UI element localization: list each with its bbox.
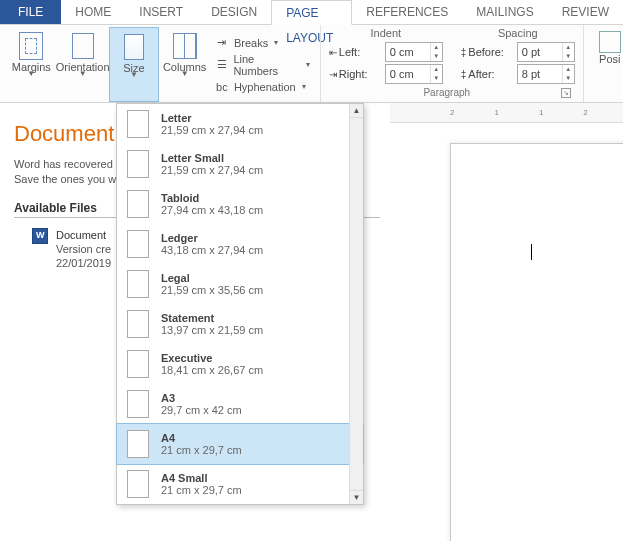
spacing-after-value[interactable]: 8 pt — [518, 65, 562, 83]
tab-references[interactable]: REFERENCES — [352, 0, 462, 24]
indent-left-input[interactable]: 0 cm ▲▼ — [385, 42, 443, 62]
file-name: Document — [56, 228, 111, 242]
line-numbers-button[interactable]: ☰ Line Numbers ▾ — [214, 55, 310, 75]
columns-icon — [173, 33, 197, 59]
size-option-letter-small[interactable]: Letter Small21,59 cm x 27,94 cm — [117, 144, 363, 184]
tab-insert[interactable]: INSERT — [125, 0, 197, 24]
orientation-button[interactable]: Orientation ▼ — [57, 27, 109, 102]
size-name: A3 — [161, 392, 242, 404]
indent-right-value[interactable]: 0 cm — [386, 65, 430, 83]
size-dimensions: 21 cm x 29,7 cm — [161, 484, 242, 496]
file-date: 22/01/2019 — [56, 256, 111, 270]
position-button[interactable]: Posi — [590, 27, 623, 65]
size-dimensions: 21,59 cm x 27,94 cm — [161, 124, 263, 136]
tab-file[interactable]: FILE — [0, 0, 61, 24]
scroll-down-icon[interactable]: ▼ — [350, 490, 363, 504]
chevron-down-icon: ▾ — [302, 82, 306, 91]
size-name: Letter Small — [161, 152, 263, 164]
document-page[interactable] — [450, 143, 623, 541]
size-name: Ledger — [161, 232, 263, 244]
size-option-letter[interactable]: Letter21,59 cm x 27,94 cm — [117, 104, 363, 144]
size-dimensions: 29,7 cm x 42 cm — [161, 404, 242, 416]
page-icon — [127, 270, 149, 298]
size-dimensions: 21 cm x 29,7 cm — [161, 444, 242, 456]
paragraph-dialog-launcher[interactable]: ↘ — [561, 88, 571, 98]
size-dimensions: 13,97 cm x 21,59 cm — [161, 324, 263, 336]
spinner-up-icon[interactable]: ▲ — [563, 43, 574, 52]
spacing-before-value[interactable]: 0 pt — [518, 43, 562, 61]
size-option-a4-small[interactable]: A4 Small21 cm x 29,7 cm — [117, 464, 363, 504]
size-option-a4[interactable]: A421 cm x 29,7 cm — [116, 423, 364, 465]
dropdown-scrollbar[interactable]: ▲ ▼ — [349, 104, 363, 504]
spinner-down-icon[interactable]: ▼ — [431, 52, 442, 61]
size-dimensions: 21,59 cm x 27,94 cm — [161, 164, 263, 176]
page-icon — [127, 390, 149, 418]
file-version: Version cre — [56, 242, 111, 256]
size-option-legal[interactable]: Legal21,59 cm x 35,56 cm — [117, 264, 363, 304]
spinner-up-icon[interactable]: ▲ — [563, 65, 574, 74]
tab-page-layout[interactable]: PAGE LAYOUT — [271, 0, 352, 25]
margins-icon — [19, 32, 43, 60]
page-icon — [127, 470, 149, 498]
horizontal-ruler[interactable]: 2 1 1 2 — [390, 103, 623, 123]
indent-left-label: ⇤ Left: — [329, 46, 381, 58]
spinner-down-icon[interactable]: ▼ — [431, 74, 442, 83]
line-numbers-label: Line Numbers — [233, 53, 299, 77]
indent-left-value[interactable]: 0 cm — [386, 43, 430, 61]
indent-right-icon: ⇥ — [329, 69, 337, 80]
indent-right-input[interactable]: 0 cm ▲▼ — [385, 64, 443, 84]
size-option-a3[interactable]: A329,7 cm x 42 cm — [117, 384, 363, 424]
indent-header: Indent — [329, 27, 443, 39]
spinner-down-icon[interactable]: ▼ — [563, 74, 574, 83]
size-name: A4 Small — [161, 472, 242, 484]
spacing-before-icon: ‡ — [461, 47, 467, 58]
chevron-down-icon: ▼ — [181, 69, 189, 78]
spacing-before-input[interactable]: 0 pt ▲▼ — [517, 42, 575, 62]
size-name: Statement — [161, 312, 263, 324]
group-paragraph: Indent ⇤ Left: 0 cm ▲▼ ⇥ Right: — [321, 25, 584, 102]
size-name: Executive — [161, 352, 263, 364]
spacing-after-input[interactable]: 8 pt ▲▼ — [517, 64, 575, 84]
size-option-statement[interactable]: Statement13,97 cm x 21,59 cm — [117, 304, 363, 344]
page-icon — [127, 110, 149, 138]
scroll-up-icon[interactable]: ▲ — [350, 104, 363, 118]
size-option-ledger[interactable]: Ledger43,18 cm x 27,94 cm — [117, 224, 363, 264]
breaks-button[interactable]: ⇥ Breaks ▾ — [214, 33, 310, 53]
chevron-down-icon: ▼ — [27, 69, 35, 78]
position-icon — [599, 31, 621, 53]
file-text: Document Version cre 22/01/2019 — [56, 228, 111, 270]
tab-review[interactable]: REVIEW — [548, 0, 623, 24]
word-file-icon — [32, 228, 48, 244]
spacing-before-label: ‡ Before: — [461, 46, 513, 58]
size-name: A4 — [161, 432, 242, 444]
columns-button[interactable]: Columns ▼ — [159, 27, 210, 102]
tab-design[interactable]: DESIGN — [197, 0, 271, 24]
page-icon — [127, 350, 149, 378]
spinner-down-icon[interactable]: ▼ — [563, 52, 574, 61]
size-dimensions: 21,59 cm x 35,56 cm — [161, 284, 263, 296]
spinner-up-icon[interactable]: ▲ — [431, 43, 442, 52]
spinner-up-icon[interactable]: ▲ — [431, 65, 442, 74]
size-dimensions: 43,18 cm x 27,94 cm — [161, 244, 263, 256]
breaks-icon: ⇥ — [214, 35, 230, 51]
tab-home[interactable]: HOME — [61, 0, 125, 24]
size-button[interactable]: Size ▼ — [109, 27, 160, 102]
line-numbers-icon: ☰ — [214, 57, 230, 73]
page-icon — [127, 310, 149, 338]
size-name: Legal — [161, 272, 263, 284]
page-icon — [127, 150, 149, 178]
hyphenation-button[interactable]: bc Hyphenation ▾ — [214, 77, 310, 97]
size-option-tabloid[interactable]: Tabloid27,94 cm x 43,18 cm — [117, 184, 363, 224]
hyphenation-icon: bc — [214, 79, 230, 95]
group-page-setup: Margins ▼ Orientation ▼ Size ▼ Columns ▼… — [0, 25, 321, 102]
size-option-executive[interactable]: Executive18,41 cm x 26,67 cm — [117, 344, 363, 384]
size-name: Letter — [161, 112, 263, 124]
indent-right-label: ⇥ Right: — [329, 68, 381, 80]
tab-mailings[interactable]: MAILINGS — [462, 0, 547, 24]
breaks-label: Breaks — [234, 37, 268, 49]
page-icon — [127, 230, 149, 258]
spacing-after-label: ‡ After: — [461, 68, 513, 80]
margins-button[interactable]: Margins ▼ — [6, 27, 57, 102]
size-dimensions: 18,41 cm x 26,67 cm — [161, 364, 263, 376]
size-icon — [124, 34, 144, 60]
